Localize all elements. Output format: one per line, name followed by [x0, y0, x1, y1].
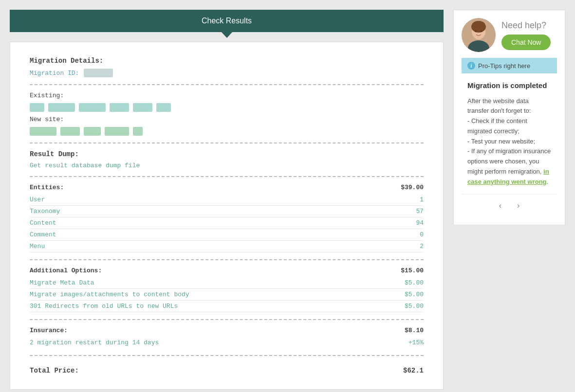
help-card: Need help? Chat Now i Pro-Tips right her…	[453, 10, 565, 225]
header-title: Check Results	[202, 17, 252, 25]
option-item: 301 Redirects from old URLs to new URLs$…	[30, 301, 424, 312]
total-price: $62.1	[403, 367, 424, 374]
green-bar-3	[84, 127, 101, 136]
option-price: $5.00	[405, 303, 424, 310]
option-label: 301 Redirects from old URLs to new URLs	[30, 303, 178, 310]
pro-tips-period: .	[547, 178, 549, 185]
nav-arrows: ‹ ›	[462, 194, 557, 217]
line-item-value: 1	[420, 196, 424, 203]
divider-6	[30, 355, 424, 356]
existing-bars	[30, 103, 424, 112]
insurance-detail-row: 2 migration restart during 14 days +15%	[30, 337, 424, 348]
line-items-container: User1Taxonomy57Content94Comment0Menu2	[30, 194, 424, 252]
options-container: Migrate Meta Data$5.00Migrate images/att…	[30, 277, 424, 312]
pro-tips-label: Pro-Tips right here	[478, 62, 530, 70]
check-results-header: Check Results	[10, 10, 444, 32]
chat-now-button[interactable]: Chat Now	[501, 35, 551, 50]
entities-label: Entities:	[30, 184, 64, 191]
additional-options-row: Additional Options: $15.00	[30, 267, 424, 274]
divider-5	[30, 319, 424, 320]
line-item: Content94	[30, 217, 424, 229]
line-item-label: Comment	[30, 231, 56, 238]
page-wrapper: Check Results Migration Details: Migrati…	[0, 0, 575, 392]
migration-id-label: Migration ID:	[30, 70, 79, 77]
line-item: Taxonomy57	[30, 206, 424, 217]
line-item-value: 2	[420, 243, 424, 250]
pro-tips-item3-pre: - If any of migration insurance options …	[467, 147, 551, 175]
entities-price: $39.00	[401, 184, 424, 191]
pro-tips-body: Migration is completed After the website…	[462, 73, 557, 194]
help-top: Need help? Chat Now	[462, 18, 557, 52]
green-bar-5	[133, 127, 143, 136]
additional-options-price: $15.00	[401, 267, 424, 274]
option-item: Migrate Meta Data$5.00	[30, 277, 424, 289]
result-dump-title: Result Dump:	[30, 150, 424, 158]
option-price: $5.00	[405, 279, 424, 286]
need-help-text: Need help?	[501, 20, 551, 31]
green-bar-2	[60, 127, 80, 136]
line-item-label: User	[30, 196, 45, 203]
svg-point-6	[481, 30, 482, 32]
migration-id-row: Migration ID:	[30, 69, 424, 77]
pro-tips-text: After the website data transfer don't fo…	[467, 96, 551, 187]
pro-tips-title: Migration is completed	[467, 80, 551, 91]
avatar	[462, 18, 496, 52]
prev-arrow[interactable]: ‹	[495, 199, 505, 212]
pro-tips-item2: - Test your new website;	[467, 138, 535, 145]
line-item-label: Content	[30, 219, 56, 227]
divider-4	[30, 259, 424, 260]
svg-point-3	[472, 21, 485, 29]
right-panel: Need help? Chat Now i Pro-Tips right her…	[453, 10, 565, 390]
option-price: $5.00	[405, 291, 424, 298]
insurance-pct: +15%	[408, 339, 424, 346]
results-card: Migration Details: Migration ID: Existin…	[10, 42, 444, 390]
entities-row: Entities: $39.00	[30, 184, 424, 191]
help-right: Need help? Chat Now	[501, 20, 551, 50]
divider-3	[30, 176, 424, 177]
migration-id-value	[84, 69, 113, 77]
insurance-price: $8.10	[405, 327, 424, 334]
line-item: Menu2	[30, 241, 424, 252]
bar-3	[79, 103, 106, 112]
line-item-label: Menu	[30, 243, 45, 250]
result-dump-link[interactable]: Get result database dump file	[30, 162, 140, 169]
total-row: Total Price: $62.1	[30, 363, 424, 374]
left-panel: Check Results Migration Details: Migrati…	[10, 10, 444, 390]
insurance-label: Insurance:	[30, 327, 68, 334]
bar-2	[48, 103, 75, 112]
new-site-label: New site:	[30, 116, 424, 123]
pro-tips-header: i Pro-Tips right here	[462, 58, 557, 73]
pro-tips-item1: - Check if the content migrated correctl…	[467, 117, 527, 135]
line-item: User1	[30, 194, 424, 206]
migration-details-title: Migration Details:	[30, 57, 424, 65]
existing-label: Existing:	[30, 92, 424, 99]
green-bar-1	[30, 127, 56, 136]
svg-point-5	[475, 30, 477, 32]
bar-4	[110, 103, 129, 112]
additional-options-label: Additional Options:	[30, 267, 102, 274]
line-item: Comment0	[30, 229, 424, 241]
bar-5	[133, 103, 152, 112]
green-bar-4	[105, 127, 129, 136]
line-item-value: 94	[416, 219, 424, 227]
divider-1	[30, 84, 424, 85]
pro-tips-text-1: After the website data transfer don't fo…	[467, 97, 531, 115]
line-item-value: 0	[420, 231, 424, 238]
insurance-row: Insurance: $8.10	[30, 327, 424, 334]
option-label: Migrate Meta Data	[30, 279, 94, 286]
bar-6	[156, 103, 171, 112]
line-item-value: 57	[416, 208, 424, 215]
option-item: Migrate images/attachments to content bo…	[30, 289, 424, 301]
bar-1	[30, 103, 44, 112]
divider-2	[30, 143, 424, 143]
avatar-svg	[462, 18, 496, 52]
info-icon: i	[467, 62, 475, 70]
insurance-detail-text: 2 migration restart during 14 days	[30, 339, 159, 346]
line-item-label: Taxonomy	[30, 208, 60, 215]
new-site-bars	[30, 127, 424, 136]
option-label: Migrate images/attachments to content bo…	[30, 291, 189, 298]
next-arrow[interactable]: ›	[513, 199, 523, 212]
total-label: Total Price:	[30, 367, 79, 374]
